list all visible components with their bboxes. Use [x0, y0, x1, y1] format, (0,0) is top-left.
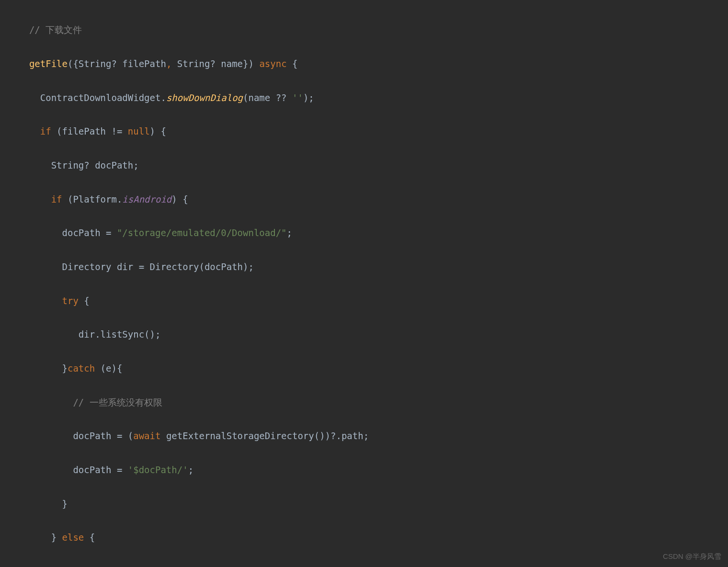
editor-gutter: [0, 0, 10, 567]
property: isAndroid: [122, 194, 171, 204]
if-keyword: if: [51, 194, 68, 204]
code-line: dir.listSync();: [18, 326, 728, 343]
method-call: showDownDialog: [166, 92, 243, 103]
if-keyword: if: [40, 126, 57, 136]
code-line: }catch (e){: [18, 360, 728, 377]
comment: // 一些系统没有权限: [73, 397, 162, 408]
function-name: getFile: [29, 58, 68, 69]
code-line: // 一些系统没有权限: [18, 394, 728, 411]
code-line: docPath = '$docPath/';: [18, 462, 728, 478]
try-keyword: try: [62, 295, 84, 306]
catch-keyword: catch: [68, 363, 101, 374]
watermark: CSDN @半身风雪: [663, 550, 721, 563]
code-line: ContractDownloadWidget.showDownDialog(na…: [18, 90, 728, 106]
code-line: } else {: [18, 529, 728, 546]
async-keyword: async: [259, 58, 286, 69]
code-line: Directory dir = Directory(docPath);: [18, 259, 728, 275]
string-literal: "/storage/emulated/0/Download/": [117, 227, 287, 238]
code-line: // 下载文件: [18, 22, 728, 38]
code-line: }: [18, 496, 728, 512]
code-line: if (Platform.isAndroid) {: [18, 191, 728, 208]
code-line: try {: [18, 293, 728, 309]
else-keyword: else: [62, 532, 90, 543]
await-keyword: await: [133, 431, 166, 441]
code-line: if (filePath != null) {: [18, 123, 728, 140]
comment: // 下载文件: [29, 24, 82, 35]
code-line: docPath = (await getExternalStorageDirec…: [18, 428, 728, 444]
code-line: getFile({String? filePath, String? name}…: [18, 56, 728, 72]
code-line: docPath = "/storage/emulated/0/Download/…: [18, 225, 728, 241]
code-line: docPath = (await getTemporaryDirectory()…: [18, 563, 728, 567]
code-editor[interactable]: // 下载文件 getFile({String? filePath, Strin…: [0, 0, 728, 567]
code-line: String? docPath;: [18, 157, 728, 174]
